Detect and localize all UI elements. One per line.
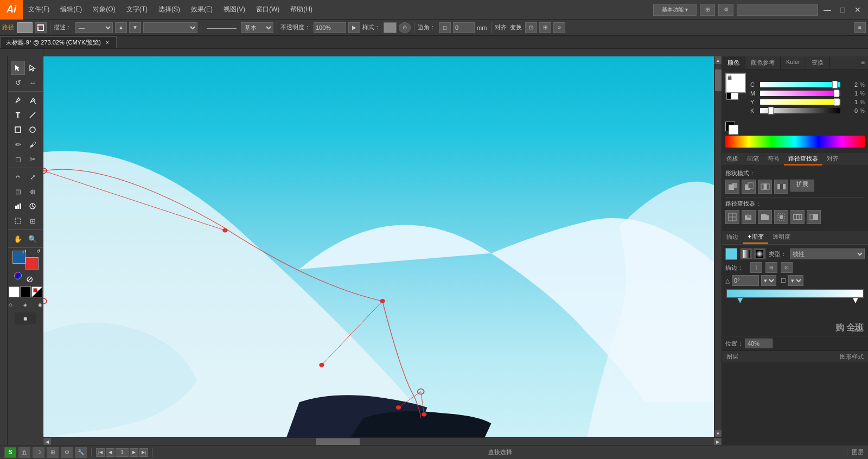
bg-swatch[interactable] [729,125,738,135]
menu-file[interactable]: 文件(F) [23,0,55,19]
tab-color-ref[interactable]: 颜色参考 [745,56,781,69]
selection-tool[interactable] [11,61,25,75]
close-btn[interactable]: ✕ [852,4,864,16]
c-thumb[interactable] [832,81,838,88]
k-thumb[interactable] [768,107,774,114]
hscroll-right[interactable]: ▶ [714,438,722,445]
crop-btn[interactable] [774,210,788,224]
none-btn[interactable]: ⊘ [22,272,36,286]
eraser-tool[interactable]: ◻ [11,152,25,166]
width-tool[interactable]: ⤢ [25,170,40,184]
zoom-tool[interactable]: 🔍 [25,232,40,246]
tab-kuler[interactable]: Kuler [781,56,806,69]
tab2-align[interactable]: 对齐 [822,153,843,165]
nav-prev[interactable]: ◀ [106,448,114,457]
pen-tool[interactable] [11,93,25,107]
ellipse-tool[interactable] [25,123,40,137]
opacity-input[interactable] [314,22,346,33]
grid-icon[interactable]: ⊞ [47,447,59,458]
menu-view[interactable]: 视图(V) [218,0,251,19]
warp-tool[interactable] [11,170,25,184]
merge-btn[interactable] [758,210,772,224]
black-mode-btn[interactable] [20,286,31,297]
pencil-tool[interactable]: ✏ [11,137,25,151]
vscroll-thumb[interactable] [715,69,722,91]
trim-btn[interactable] [742,210,756,224]
minimize-btn[interactable]: — [821,4,833,16]
tab2-palette[interactable]: 色板 [722,153,743,165]
pie-graph-tool[interactable] [25,199,40,213]
nav-next[interactable]: ▶ [130,448,138,457]
expand-btn[interactable]: ⊞ [539,22,551,33]
m-thumb[interactable] [834,90,839,97]
gradient-stop-left[interactable] [737,298,743,303]
hscroll-thumb[interactable] [316,438,360,445]
color-btn[interactable] [14,272,22,279]
reflect-tool[interactable]: ↔ [25,75,40,90]
fill-color-btn[interactable] [17,22,33,33]
angle-select[interactable]: ▾ [761,275,776,286]
style-swatch[interactable] [384,22,397,33]
stroke-swatch[interactable] [25,257,39,270]
tab2-pathfinder[interactable]: 路径查找器 [784,153,822,165]
outline-btn[interactable] [790,210,805,224]
unite-btn[interactable] [725,180,739,194]
expand-btn[interactable]: 扩展 [790,180,814,192]
focus-btn[interactable]: ⊙ [399,22,411,33]
minus-front-btn[interactable] [742,180,756,194]
vscroll-up[interactable]: ▲ [714,56,722,64]
angle-input[interactable] [732,275,759,286]
menu-object[interactable]: 对象(O) [87,0,120,19]
gradient-type-select[interactable]: 线性 [790,248,865,259]
position-input[interactable] [745,339,773,348]
edge-btn2[interactable]: ⊟ [765,262,777,273]
edge-btn1[interactable]: | [750,262,762,273]
type-tool[interactable]: T [11,108,25,122]
corner-icon[interactable]: ◻ [439,22,451,33]
tab-gradient[interactable]: ✦渐变 [743,231,768,244]
y-thumb[interactable] [834,98,839,106]
tools-icon[interactable]: ⚙ [61,447,73,458]
slice-tool[interactable]: ⊞ [25,214,40,228]
m-track[interactable] [760,91,840,96]
exclude-btn[interactable] [774,180,788,194]
y-track[interactable] [760,99,840,105]
desc-arrow-up[interactable]: ▲ [115,22,127,33]
rotate-tool[interactable]: ↺ [11,75,25,90]
page-num-input[interactable] [116,448,129,457]
vscroll-track[interactable] [714,64,722,430]
document-tab[interactable]: 未标题-9* @ 273.02% (CMYK/预览) × [0,36,117,48]
hscroll-track[interactable] [51,438,714,445]
artboard-tool[interactable] [11,214,25,228]
edge-btn3[interactable]: ⊡ [781,262,793,273]
k-track[interactable] [760,108,840,113]
menu-effect[interactable]: 效果(E) [186,0,218,19]
radial-grad-btn[interactable] [754,248,765,259]
menu-help[interactable]: 帮助(H) [285,0,318,19]
gradient-bar[interactable] [726,289,864,298]
hscroll[interactable]: ◀ ▶ [43,437,722,445]
menu-window[interactable]: 窗口(W) [251,0,285,19]
tab-layers-bottom[interactable]: 图层 [722,351,743,362]
nav-last[interactable]: ▶| [139,448,148,457]
column-graph-tool[interactable] [11,199,25,213]
direct-selection-tool[interactable] [25,61,40,75]
rect-tool[interactable] [11,123,25,137]
minus-back-btn[interactable] [807,210,821,224]
gradient-mode-btn[interactable] [31,286,42,297]
opacity-expand[interactable]: ▶ [348,22,360,33]
linear-grad-btn[interactable] [741,248,752,259]
tab2-brush[interactable]: 画笔 [743,153,763,165]
bridge-btn[interactable]: ⚙ [718,4,733,16]
stroke-btn[interactable] [35,22,47,33]
more-btn[interactable]: » [553,22,565,33]
c-track[interactable] [760,82,840,87]
basic-select[interactable]: 基本 [241,22,273,33]
crescent-icon[interactable]: ☽ [33,447,44,458]
intersect-btn[interactable] [758,180,772,194]
add-anchor-tool[interactable]: + [25,93,40,107]
gradient-stop-right[interactable] [853,298,858,303]
free-transform-tool[interactable]: ⊡ [11,184,25,199]
gradient-swatch[interactable] [725,248,737,260]
tab-stroke[interactable]: 描边 [722,231,743,244]
